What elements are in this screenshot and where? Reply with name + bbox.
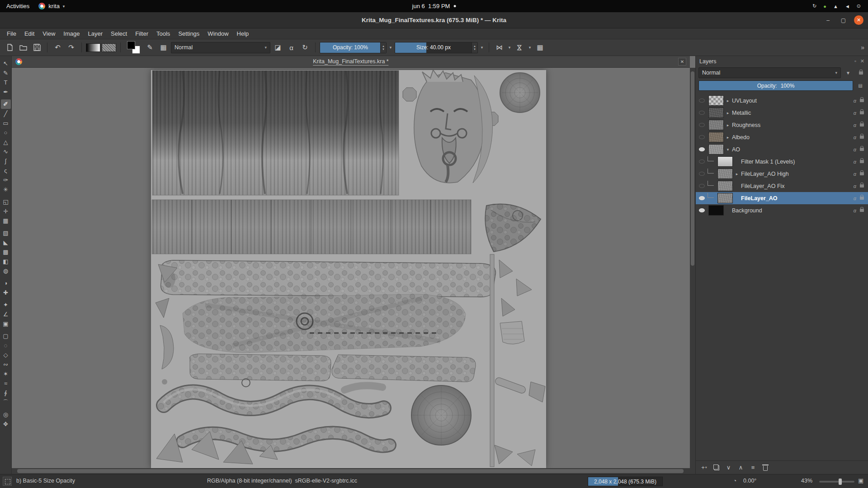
new-document-button[interactable] xyxy=(4,42,16,54)
maximize-button[interactable]: ▢ xyxy=(839,15,848,25)
layer-lock-button[interactable] xyxy=(855,68,865,78)
expander-icon[interactable]: ▸ xyxy=(726,123,730,127)
zoom-slider-thumb[interactable] xyxy=(839,479,842,485)
foreground-background-colors[interactable] xyxy=(127,41,140,54)
lock-icon[interactable] xyxy=(860,123,864,127)
lock-icon[interactable] xyxy=(860,160,864,163)
opacity-spin-buttons[interactable]: ▴▾ xyxy=(380,42,386,53)
close-docker-icon[interactable]: ✕ xyxy=(860,58,864,64)
expander-icon[interactable]: ▾ xyxy=(726,147,730,152)
similar-color-selection-tool[interactable]: ≈ xyxy=(1,379,11,388)
lock-icon[interactable] xyxy=(860,197,864,200)
eraser-mode-button[interactable]: ◪ xyxy=(272,42,284,54)
opacity-slider[interactable]: Opacity: 100% ▴▾ xyxy=(320,42,387,53)
layer-row[interactable]: ▸ Metallic α xyxy=(696,107,868,119)
lock-icon[interactable] xyxy=(860,99,864,102)
blending-mode-dropdown[interactable]: Normal ▾ xyxy=(171,42,270,53)
freehand-brush-tool[interactable]: ✐ xyxy=(1,99,11,109)
visibility-toggle[interactable] xyxy=(699,172,705,176)
canvas[interactable] xyxy=(151,70,546,468)
inherit-alpha-icon[interactable]: α xyxy=(854,122,856,128)
inherit-alpha-icon[interactable]: α xyxy=(854,196,856,201)
mirror-vertical-options-arrow[interactable]: ▾ xyxy=(527,45,533,50)
text-tool[interactable]: T xyxy=(1,78,11,87)
polyline-tool[interactable]: ∿ xyxy=(1,147,11,156)
enclose-fill-tool[interactable]: ◍ xyxy=(1,266,11,276)
wraparound-mode-button[interactable]: ▦ xyxy=(534,42,546,54)
select-shapes-tool[interactable]: ↖ xyxy=(1,59,11,68)
fill-tool[interactable]: ◧ xyxy=(1,257,11,266)
layer-row[interactable]: FileLayer_AO Fix α xyxy=(696,180,868,192)
layer-row[interactable]: Filter Mask 1 (Levels) α xyxy=(696,155,868,168)
float-docker-icon[interactable]: ▫ xyxy=(854,58,856,64)
horizontal-scrollbar[interactable] xyxy=(12,468,695,474)
delete-layer-button[interactable] xyxy=(760,462,771,473)
inherit-alpha-icon[interactable]: α xyxy=(854,135,856,140)
mirror-vertical-button[interactable]: ⋈ xyxy=(514,42,526,54)
move-layer-down-button[interactable]: ∨ xyxy=(723,462,734,473)
inherit-alpha-icon[interactable]: α xyxy=(854,183,856,189)
visibility-toggle[interactable] xyxy=(699,99,705,103)
foreground-color-swatch[interactable] xyxy=(127,41,135,49)
brush-size-spin-buttons[interactable]: ▴▾ xyxy=(472,42,477,53)
redo-button[interactable]: ↷ xyxy=(65,42,77,54)
bezier-selection-tool[interactable]: ∮ xyxy=(1,388,11,398)
layer-row[interactable]: FileLayer_AO α xyxy=(696,192,868,204)
preserve-alpha-button[interactable]: α xyxy=(285,42,297,54)
mirror-horizontal-options-arrow[interactable]: ▾ xyxy=(507,45,512,50)
lock-icon[interactable] xyxy=(860,172,864,175)
layer-row[interactable]: Background α xyxy=(696,204,868,216)
document-tab-title[interactable]: Krita_Mug_FinalTextures.kra * xyxy=(313,58,388,66)
document-close-button[interactable]: ✕ xyxy=(678,58,686,66)
bezier-curve-tool[interactable]: ∫ xyxy=(1,156,11,166)
calligraphy-tool[interactable]: ✒ xyxy=(1,87,11,97)
size-options-arrow[interactable]: ▾ xyxy=(479,45,485,50)
dynamic-brush-tool[interactable]: ✑ xyxy=(1,175,11,185)
opacity-options-arrow[interactable]: ▾ xyxy=(388,45,393,50)
line-tool[interactable]: ╱ xyxy=(1,109,11,118)
expander-icon[interactable]: ▸ xyxy=(726,135,730,140)
expander-icon[interactable]: ▸ xyxy=(726,99,730,103)
menu-item[interactable]: Layer xyxy=(84,28,107,39)
menu-item[interactable]: Image xyxy=(59,28,84,39)
visibility-toggle[interactable] xyxy=(699,160,705,164)
menu-item[interactable]: Tools xyxy=(152,28,174,39)
pattern-edit-tool[interactable]: ▩ xyxy=(1,247,11,257)
close-button[interactable]: ✕ xyxy=(854,15,863,25)
duplicate-layer-button[interactable] xyxy=(711,462,722,473)
menu-item[interactable]: Select xyxy=(107,28,131,39)
canvas-angle-value[interactable]: 0.00° xyxy=(743,478,756,484)
polygon-tool[interactable]: △ xyxy=(1,137,11,147)
add-layer-button[interactable]: +▾ xyxy=(698,462,710,473)
zoom-fit-icon[interactable]: ▣ xyxy=(858,477,863,484)
measure-tool[interactable]: ∠ xyxy=(1,310,11,319)
menu-item[interactable]: Help xyxy=(233,28,253,39)
lock-icon[interactable] xyxy=(860,184,864,188)
updates-icon[interactable]: ↻ xyxy=(812,3,816,9)
rectangular-selection-tool[interactable]: ▢ xyxy=(1,331,11,341)
power-mode-icon[interactable]: ● xyxy=(823,4,826,9)
mirror-horizontal-button[interactable]: ⋈ xyxy=(493,42,505,54)
network-icon[interactable]: ▲ xyxy=(833,4,838,9)
gradient-chooser[interactable] xyxy=(86,43,100,52)
inherit-alpha-icon[interactable]: α xyxy=(854,159,856,164)
assistants-tool[interactable]: ✦ xyxy=(1,300,11,310)
power-icon[interactable]: ⊙ xyxy=(857,3,861,9)
visibility-toggle[interactable] xyxy=(699,184,705,188)
brush-size-slider[interactable]: Size: 40.00 px ▴▾ xyxy=(395,42,478,53)
layer-row[interactable]: ▸ Roughness α xyxy=(696,119,868,131)
expander-icon[interactable]: ▸ xyxy=(726,111,730,115)
edit-shapes-tool[interactable]: ✎ xyxy=(1,68,11,78)
vertical-scrollbar-thumb[interactable] xyxy=(691,71,694,266)
lock-icon[interactable] xyxy=(860,209,864,212)
title-bar[interactable]: Krita_Mug_FinalTextures.kra (675.3 MiB) … xyxy=(0,12,868,28)
inherit-alpha-icon[interactable]: α xyxy=(854,171,856,177)
open-document-button[interactable] xyxy=(17,42,29,54)
activities-button[interactable]: Activities xyxy=(6,3,29,9)
zoom-tool[interactable]: ◎ xyxy=(1,410,11,419)
selection-indicator-button[interactable] xyxy=(3,477,12,486)
visibility-toggle[interactable] xyxy=(699,208,705,212)
canvas-viewport[interactable] xyxy=(12,68,690,468)
vertical-scrollbar[interactable] xyxy=(690,68,695,468)
inherit-alpha-icon[interactable]: α xyxy=(854,110,856,116)
